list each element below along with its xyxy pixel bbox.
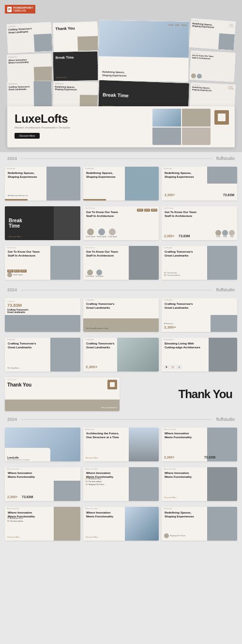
hero-slide-thumb-4: Redefin Arc Where InnovationMeets Functi… [7, 53, 52, 84]
hero-slide-thumb-6: Get To Know Get To Know Our TeamStaff In… [190, 51, 236, 82]
slide-row-s3-3: Where Innov Arc Where InnovationMeets Fu… [0, 505, 242, 543]
slide-card-crafting-stats: Crafting Arc Crafting Tomorrow'sGreat La… [162, 298, 237, 332]
section-divider-1: 2024 fluffstudio [0, 152, 242, 165]
team-tag: Get To Know [85, 207, 95, 209]
where-innov-1-tag: Where Innov Arc [164, 429, 176, 430]
divider-line [21, 158, 212, 159]
slide-card-luxelofts-s3: LuxeLofts LuxeLofts Modern Architecture … [5, 428, 80, 461]
slide-section-3: LuxeLofts LuxeLofts Modern Architecture … [0, 426, 242, 543]
slide-card-redefine-1: Redefin Arc Redefining Spaces,Shaping Ex… [5, 167, 80, 200]
slide-card-crafting-2: Crafting Arc Crafting Tomorrow'sGreat La… [5, 338, 80, 372]
wi-num-tag: Where Innov Arc [85, 468, 98, 470]
section-divider-3: 2024 fluffstudio [0, 413, 242, 426]
wi-img-title: Where InnovationMeets Functionality [165, 472, 192, 479]
hero-slide-thank-you: Thank You [53, 21, 98, 52]
redefine-last-tag: Redefin Arc [164, 508, 172, 510]
crafting-2-tag: Crafting Arc [7, 339, 15, 341]
slide-row-s3-2: Where Innov Arc Where InnovationMeets Fu… [0, 465, 242, 503]
slide-card-team-img2: Get To Know Get To Know Our TeamStaff In… [83, 246, 159, 280]
slide-section-2: Crafting Arc 73.83M Crafting Tomorrow'sG… [0, 296, 242, 413]
year-label-3: 2024 [7, 417, 17, 422]
crafting-1-tag: Crafting Arc [85, 299, 94, 301]
badge-sublabel: TEMPLATE [13, 9, 33, 12]
crafting-steps-title: Crafting Tomorrow'sGreat Landmarks [165, 250, 193, 258]
slide-row-1: Redefin Arc Redefining Spaces,Shaping Ex… [0, 165, 242, 202]
card-title-3: Redefining Spaces,Shaping Experiences [165, 172, 194, 179]
slide-card-redefine-last: Redefin Arc Redefining Spaces,Shaping Ex… [162, 507, 237, 541]
slide-card-where-innov-blue: Where Innov Arc Where InnovationMeets Fu… [83, 507, 159, 541]
wi-stats-title: Where InnovationMeets Functionality [8, 472, 35, 479]
thank-you-card: Thank You Arc Thank You Home Great Archi… [5, 377, 120, 411]
slide-card-team-stats: Get To Know Get To Know Our TeamStaff In… [162, 206, 237, 240]
wi-num2-tag: Where Innov Arc [7, 508, 19, 510]
team-img-tag: Get To Know [7, 247, 16, 249]
slide-row-2: BreakTime Discover More Get To Know Get … [0, 204, 242, 242]
hero-slide-thumb-5: Break Time Discover More [53, 51, 98, 81]
slide-row-s2-1: Crafting Arc 73.83M Crafting Tomorrow'sG… [0, 296, 242, 334]
elevating-title: Elevating Living WithCutting-edge Archit… [165, 342, 200, 350]
where-innov-1-title: Where InnovationMeets Functionality [165, 432, 192, 440]
year-label-2: 2024 [7, 287, 17, 292]
divider-line-2 [21, 290, 212, 290]
crafting-stats-title: Crafting Tomorrow'sGreat Landmarks [165, 302, 193, 310]
slide-card-redefine-3: Redefin Arc Redefining Spaces,Shaping Ex… [162, 167, 237, 200]
slide-card-elevating: Elevating Arc Elevating Living WithCutti… [162, 338, 237, 372]
slide-card-crafting-1: Crafting Arc Crafting Tomorrow'sGreat La… [83, 298, 159, 332]
crafting-steps-tag: Crafting Arc [164, 247, 172, 249]
crafting-2-title: Crafting Tomorrow'sGreat Landmarks [8, 342, 36, 350]
slide-card-where-innov-1: Where Innov Arc Where InnovationMeets Fu… [162, 428, 237, 461]
architecting-title: Architecting the Future,One Structure at… [86, 432, 119, 440]
slide-section-1: Redefin Arc Redefining Spaces,Shaping Ex… [0, 165, 242, 282]
crafting-wide-title: Crafting Tomorrow'sGreat Landmarks [86, 342, 114, 350]
team-stats-title: Get To Know Our TeamStaff In Architectur… [165, 211, 197, 218]
team-img2-title: Get To Know Our TeamStaff In Architectur… [86, 250, 118, 258]
card-title: Redefining Spaces,Shaping Experiences [8, 172, 37, 179]
slide-card-team-1: Get To Know Get To Know Our TeamStaff In… [83, 206, 159, 240]
slide-row-s3-1: LuxeLofts LuxeLofts Modern Architecture … [0, 426, 242, 463]
main-luxelofts-slide: LuxeLofts Modern Architecture Presentati… [7, 106, 235, 147]
redefine-last-title: Redefining Spaces,Shaping Experiences [165, 511, 194, 519]
divider-line-3 [21, 419, 212, 420]
elevating-tag: Elevating Arc [164, 339, 173, 341]
wi-stats-tag: Where Innov Arc [7, 468, 19, 470]
slide-card-team-img: Get To Know Get To Know Our TeamStaff In… [5, 246, 80, 280]
wi-img-tag: Where Innov Arc [164, 468, 176, 470]
slide-card-redefine-2: Redefin Arc Redefining Spaces,Shaping Ex… [83, 167, 159, 200]
slide-tag-2: Redefin Arc [85, 168, 94, 170]
slide-tag: Redefin Arc [7, 168, 15, 170]
section-divider-2: 2024 fluffstudio [0, 284, 242, 296]
pp-icon: P [7, 7, 12, 12]
team-img2-tag: Get To Know [85, 247, 95, 249]
slide-card-crafting-steps: Crafting Arc Crafting Tomorrow'sGreat La… [162, 246, 237, 280]
slide-tag-3: Redefin Arc [164, 168, 172, 170]
year-label: 2024 [7, 156, 17, 161]
studio-label: fluffstudio [216, 156, 235, 161]
slide-card-73m: Crafting Arc 73.83M Crafting Tomorrow'sG… [5, 298, 80, 332]
slide-card-where-innov-img: Where Innov Arc Where InnovationMeets Fu… [162, 467, 237, 501]
slide-card-where-innov-stats: Where Innov Arc Where InnovationMeets Fu… [5, 467, 80, 501]
hero-slide-thumb-1: LuxeLofts Crafting Tomorrow'sGreat Landm… [6, 22, 52, 54]
slide-card-break: BreakTime Discover More [5, 206, 80, 240]
slide-row-s2-2: Crafting Arc Crafting Tomorrow'sGreat La… [0, 336, 242, 373]
architecting-tag: Architecting [85, 429, 94, 430]
large-thank-you: Thank You [122, 377, 237, 411]
crafting-wide-tag: Crafting Arc [85, 339, 94, 341]
studio-label-3: fluffstudio [216, 417, 235, 422]
team-img-title: Get To Know Our TeamStaff In Architectur… [8, 250, 40, 258]
crafting-1-title: Crafting Tomorrow'sGreat Landmarks [86, 302, 114, 310]
slide-row-3: Get To Know Get To Know Our TeamStaff In… [0, 244, 242, 282]
hero-section: P POWERPOINT TEMPLATE LuxeLofts Crafting… [0, 0, 242, 152]
team-stats-tag: Get To Know [164, 207, 173, 209]
thank-you-section: Thank You Arc Thank You Home Great Archi… [0, 375, 242, 413]
card-title-2: Redefining Spaces,Shaping Experiences [86, 172, 116, 179]
wi-blue-title: Where InnovationMeets Functionality [86, 511, 113, 519]
crafting-stats-tag: Crafting Arc [164, 299, 172, 301]
powerpoint-badge: P POWERPOINT TEMPLATE [5, 5, 35, 14]
studio-label-2: fluffstudio [216, 287, 235, 292]
slide-card-where-innov-num2: Where Innov Arc Where InnovationMeets Fu… [5, 507, 80, 541]
discover-btn[interactable]: Discover More [15, 133, 40, 139]
team-title: Get To Know Our TeamStaff In Architectur… [86, 211, 118, 218]
slide-card-architecting: Architecting Architecting the Future,One… [83, 428, 159, 461]
hero-slide-main: Redefining Spaces,Shaping Experiences 20… [98, 20, 189, 82]
large-thank-you-text: Thank You [179, 387, 232, 401]
